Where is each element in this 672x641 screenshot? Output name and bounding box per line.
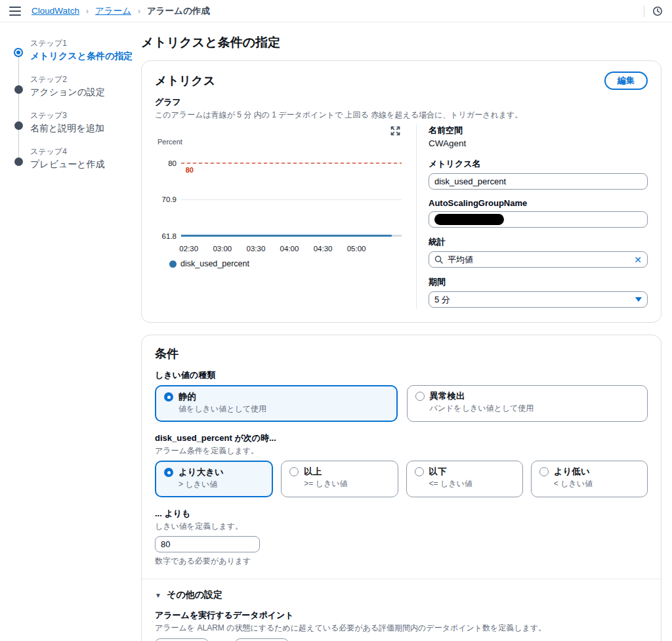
triangle-down-icon: ▼ [155,592,161,599]
radio-card-greater-equal[interactable]: 以上 >= しきい値 [281,461,398,497]
radio-card-less[interactable]: より低い < しきい値 [531,461,648,497]
namespace-label: 名前空間 [429,125,648,136]
condition-label: disk_used_percent が次の時... [155,432,648,444]
additional-settings-toggle[interactable]: ▼ その他の設定 [155,589,648,601]
radio-card-label: 異常検出 [430,390,465,402]
radio-icon [289,467,299,476]
svg-text:80: 80 [168,159,177,167]
legend-color-swatch [169,260,177,268]
namespace-value: CWAgent [429,138,648,148]
statistic-value: 平均値 [448,254,629,266]
statistic-label: 統計 [429,236,648,248]
svg-text:02:30: 02:30 [179,245,198,253]
step-indicator-active [14,48,23,57]
radio-icon [164,392,173,402]
legend-item[interactable]: disk_used_percent [169,259,407,268]
breadcrumb-chevron-icon: › [86,7,89,16]
page-title: メトリクスと条件の指定 [141,34,662,51]
radio-icon [164,468,173,477]
step-label[interactable]: メトリクスと条件の指定 [30,51,135,62]
radio-card-greater[interactable]: より大きい > しきい値 [155,461,273,497]
breadcrumb: CloudWatch › アラーム › アラームの作成 [32,5,644,17]
step-item-2[interactable]: ステップ2 アクションの設定 [14,74,135,98]
period-value: 5 分 [434,294,450,306]
dimension-input[interactable] [429,211,648,228]
step-item-4[interactable]: ステップ4 プレビューと作成 [14,146,135,171]
svg-text:80: 80 [186,166,194,174]
radio-icon [539,467,549,476]
history-clock-icon[interactable] [652,6,663,16]
step-item-1[interactable]: ステップ1 メトリクスと条件の指定 [14,38,135,62]
metric-name-label: メトリクス名 [429,158,648,170]
step-indicator [14,85,23,94]
radio-card-description: 値をしきい値として使用 [178,403,388,415]
metric-chart: 8070.961.88002:3003:0003:3004:0004:3005:… [155,146,407,256]
svg-text:03:30: 03:30 [247,245,266,253]
legend-label: disk_used_percent [180,259,249,268]
additional-settings-label: その他の設定 [167,589,222,601]
steps-nav: ステップ1 メトリクスと条件の指定 ステップ2 アクションの設定 ステップ3 名… [0,22,141,641]
step-item-3[interactable]: ステップ3 名前と説明を追加 [14,110,135,134]
clear-icon[interactable]: ✕ [634,255,642,265]
metrics-panel-title: メトリクス [155,73,215,89]
svg-text:04:00: 04:00 [280,245,299,253]
step-number: ステップ4 [30,146,135,157]
datapoints-n-input[interactable]: 1 [235,638,289,641]
steps-rail [18,49,19,159]
svg-text:05:00: 05:00 [347,245,366,253]
breadcrumb-link-cloudwatch[interactable]: CloudWatch [32,6,79,16]
radio-card-description: バンドをしきい値として使用 [430,403,640,414]
step-label[interactable]: 名前と説明を追加 [30,123,135,134]
svg-text:03:00: 03:00 [213,245,232,253]
period-select[interactable]: 5 分 [429,291,648,308]
step-label[interactable]: プレビューと作成 [30,159,135,171]
radio-card-description: < しきい値 [554,478,639,489]
threshold-value: 80 [161,539,170,549]
chart-unit-label: Percent [158,138,407,146]
datapoints-description: アラームを ALARM の状態にするために超えている必要がある評価期間内のデータ… [155,623,648,634]
period-label: 期間 [429,276,648,288]
step-number: ステップ3 [30,110,135,121]
edit-button[interactable]: 編集 [604,72,648,90]
expand-icon[interactable] [390,125,400,136]
statistic-input[interactable]: 平均値 ✕ [429,251,648,268]
step-label[interactable]: アクションの設定 [30,87,135,98]
breadcrumb-link-alarms[interactable]: アラーム [95,5,131,17]
radio-card-description: > しきい値 [178,479,264,490]
svg-text:61.8: 61.8 [162,232,177,240]
radio-card-label: 以下 [429,466,447,478]
threshold-type-label: しきい値の種類 [155,369,648,381]
radio-card-static[interactable]: 静的 値をしきい値として使用 [155,385,398,422]
chevron-down-icon [635,297,642,302]
threshold-helper: 数字である必要があります [155,556,648,567]
radio-card-description: <= しきい値 [429,478,514,489]
breadcrumb-current: アラームの作成 [147,5,210,17]
radio-card-less-equal[interactable]: 以下 <= しきい値 [406,461,523,497]
radio-card-anomaly[interactable]: 異常検出 バンドをしきい値として使用 [407,385,648,422]
graph-description: このアラームは青線が 5 分 内の 1 データポイントで 上回る 赤線を超える場… [155,110,648,121]
threshold-description: しきい値を定義します。 [155,521,648,532]
step-number: ステップ2 [30,74,135,85]
radio-card-label: 以上 [304,466,322,478]
threshold-input[interactable]: 80 [155,536,260,552]
menu-icon[interactable] [9,7,21,16]
dimension-label: AutoScalingGroupName [429,198,648,208]
radio-card-description: >= しきい値 [304,478,389,489]
datapoints-m-input[interactable]: 1 [155,638,209,641]
metric-name-input[interactable]: disk_used_percent [429,173,648,190]
radio-icon [415,467,424,476]
radio-card-label: 静的 [178,391,196,403]
step-number: ステップ1 [30,38,135,49]
datapoints-label: アラームを実行するデータポイント [155,610,648,621]
conditions-panel-title: 条件 [155,346,648,362]
metric-name-value: disk_used_percent [434,176,506,186]
svg-text:04:30: 04:30 [314,245,333,253]
redacted-value [434,214,504,225]
section-divider [142,579,661,579]
svg-text:70.9: 70.9 [162,196,177,203]
search-icon [434,255,443,264]
step-indicator [14,157,23,166]
topbar-divider [644,5,644,17]
condition-description: アラーム条件を定義します。 [155,445,648,457]
conditions-panel: 条件 しきい値の種類 静的 値をしきい値として使用 異常検出 バンドをしきい値と… [141,335,662,641]
